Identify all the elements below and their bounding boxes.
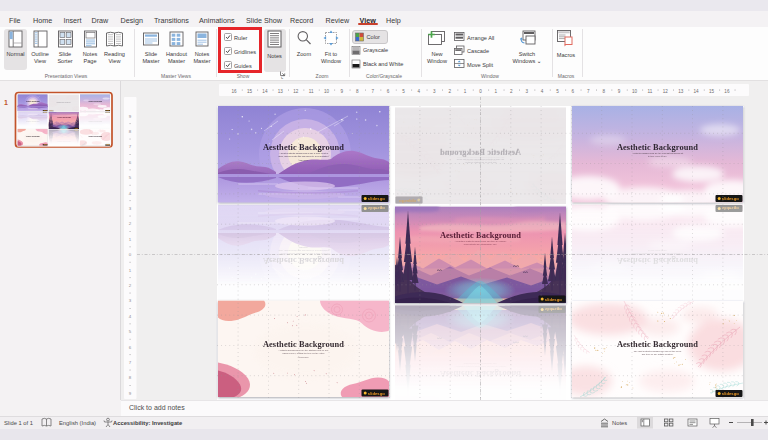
svg-text:12: 12 [293, 89, 299, 94]
svg-text:13: 13 [278, 89, 284, 94]
svg-text:9: 9 [618, 89, 621, 94]
svg-text:9: 9 [341, 89, 344, 94]
svg-text:10: 10 [632, 89, 638, 94]
svg-text:10: 10 [324, 89, 330, 94]
svg-text:8: 8 [602, 89, 605, 94]
svg-text:15: 15 [247, 89, 253, 94]
svg-text:16: 16 [232, 89, 238, 94]
svg-text:12: 12 [663, 89, 669, 94]
svg-text:3: 3 [433, 89, 436, 94]
svg-text:0: 0 [479, 89, 482, 94]
svg-text:2: 2 [510, 89, 513, 94]
svg-text:2: 2 [448, 89, 451, 94]
svg-text:16: 16 [724, 89, 730, 94]
svg-text:6: 6 [387, 89, 390, 94]
svg-text:5: 5 [556, 89, 559, 94]
svg-text:11: 11 [648, 89, 653, 94]
svg-text:7: 7 [587, 89, 590, 94]
svg-text:15: 15 [709, 89, 715, 94]
svg-text:5: 5 [402, 89, 405, 94]
svg-text:7: 7 [371, 89, 374, 94]
svg-text:14: 14 [262, 89, 268, 94]
svg-text:1: 1 [4, 99, 8, 106]
svg-text:14: 14 [694, 89, 700, 94]
svg-text:1: 1 [495, 89, 498, 94]
svg-text:13: 13 [678, 89, 684, 94]
svg-text:4: 4 [418, 89, 421, 94]
svg-text:8: 8 [356, 89, 359, 94]
svg-text:4: 4 [541, 89, 544, 94]
svg-text:11: 11 [309, 89, 314, 94]
svg-text:6: 6 [572, 89, 575, 94]
svg-text:3: 3 [525, 89, 528, 94]
svg-text:1: 1 [464, 89, 467, 94]
